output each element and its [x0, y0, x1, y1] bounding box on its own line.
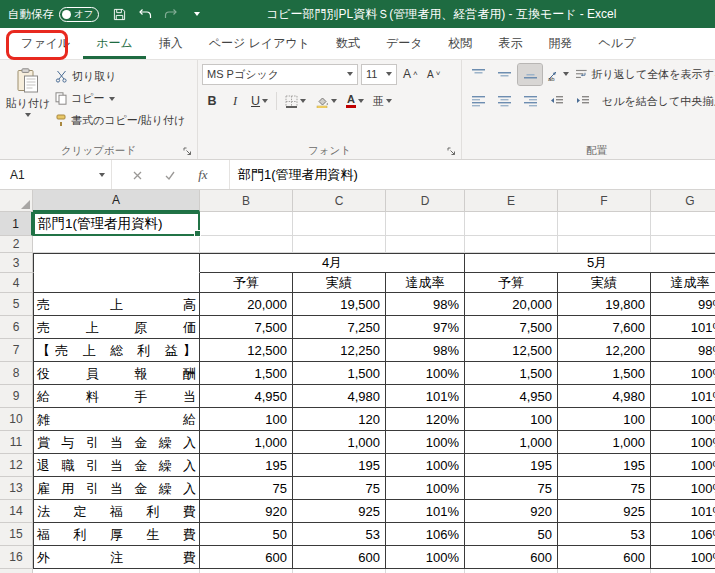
cell[interactable]: 75 [465, 477, 558, 500]
cancel-button[interactable] [133, 166, 142, 184]
cell[interactable]: 195 [558, 454, 651, 477]
cell[interactable]: 50 [200, 523, 293, 546]
cell[interactable]: 101% [386, 500, 465, 523]
decrease-font-button[interactable]: A˅ [424, 64, 444, 85]
cell[interactable] [465, 236, 558, 253]
cell[interactable]: 1,500 [293, 362, 386, 385]
formula-input[interactable]: 部門1(管理者用資料) [230, 160, 715, 189]
cell[interactable]: 120 [293, 408, 386, 431]
undo-button[interactable] [137, 4, 153, 24]
align-top-button[interactable] [466, 64, 490, 85]
tab-data[interactable]: データ [373, 28, 436, 59]
cell[interactable]: 実績 [558, 273, 651, 293]
paste-button[interactable]: 貼り付け [4, 63, 52, 142]
save-button[interactable] [111, 4, 127, 24]
cell[interactable]: 1,000 [558, 431, 651, 454]
align-right-button[interactable] [518, 91, 542, 112]
tab-view[interactable]: 表示 [486, 28, 536, 59]
align-bottom-button[interactable] [518, 64, 542, 85]
cell[interactable]: 195 [200, 454, 293, 477]
cell[interactable]: 100% [651, 546, 715, 569]
wrap-text-button[interactable]: 折り返して全体を表示する [574, 64, 715, 85]
cell[interactable] [465, 569, 558, 573]
cell[interactable] [200, 236, 293, 253]
cell[interactable]: 101% [386, 385, 465, 408]
row-header[interactable]: 2 [0, 236, 33, 253]
cell[interactable] [293, 212, 386, 236]
cell[interactable]: 12,500 [200, 339, 293, 362]
cell[interactable]: 600 [200, 546, 293, 569]
row-header[interactable]: 8 [0, 362, 33, 385]
cell[interactable]: 100% [386, 546, 465, 569]
cell[interactable]: 600 [465, 546, 558, 569]
row-header[interactable]: 13 [0, 477, 33, 500]
cell[interactable]: 19,800 [558, 293, 651, 316]
cell[interactable]: 920 [465, 500, 558, 523]
cell[interactable]: 100% [651, 454, 715, 477]
bold-button[interactable]: B [202, 91, 222, 112]
cell[interactable] [465, 212, 558, 236]
cell[interactable]: 101% [651, 500, 715, 523]
col-header-e[interactable]: E [465, 190, 558, 212]
cell[interactable]: 98% [651, 339, 715, 362]
cell[interactable]: 100% [386, 454, 465, 477]
row-header[interactable]: 7 [0, 339, 33, 362]
autosave-toggle[interactable]: 自動保存 オフ [8, 7, 99, 22]
cell[interactable]: 実績 [293, 273, 386, 293]
cell[interactable]: 100% [386, 431, 465, 454]
row-header[interactable]: 3 [0, 253, 33, 273]
cell-item-label[interactable]: 外 注 費 [33, 546, 200, 569]
cell[interactable]: 7,600 [558, 316, 651, 339]
cell[interactable]: 195 [465, 454, 558, 477]
cell[interactable]: 7,250 [293, 316, 386, 339]
cell-item-label[interactable]: 役 員 報 酬 [33, 362, 200, 385]
cell-item-label[interactable]: 【売 上 総 利 益】 [33, 339, 200, 362]
tab-file[interactable]: ファイル [8, 28, 83, 59]
merge-center-button[interactable]: セルを結合して中央揃え [596, 91, 715, 112]
cell[interactable]: 1,000 [465, 431, 558, 454]
cell[interactable]: 120% [386, 408, 465, 431]
row-header[interactable]: 11 [0, 431, 33, 454]
tab-insert[interactable]: 挿入 [146, 28, 196, 59]
cell[interactable]: 101% [651, 316, 715, 339]
cell[interactable] [33, 273, 200, 293]
cell[interactable]: 100% [386, 362, 465, 385]
col-header-c[interactable]: C [293, 190, 386, 212]
tab-review[interactable]: 校閲 [436, 28, 486, 59]
cut-button[interactable]: 切り取り [55, 67, 193, 86]
col-header-g[interactable]: G [651, 190, 715, 212]
cell[interactable]: 4,950 [465, 385, 558, 408]
cell[interactable] [293, 236, 386, 253]
row-header[interactable]: 10 [0, 408, 33, 431]
cell[interactable] [558, 212, 651, 236]
tab-developer[interactable]: 開発 [536, 28, 586, 59]
cell[interactable] [386, 212, 465, 236]
orientation-button[interactable]: ab [544, 64, 572, 85]
cell[interactable]: 195 [293, 454, 386, 477]
cell[interactable]: 達成率 [651, 273, 715, 293]
row-header[interactable]: 1 [0, 212, 33, 236]
cell[interactable] [386, 569, 465, 573]
cell-item-label[interactable]: 賞与引当金繰入 [33, 431, 200, 454]
cell[interactable]: 7,500 [465, 316, 558, 339]
cell[interactable]: 20,000 [200, 293, 293, 316]
cell[interactable]: 19,500 [293, 293, 386, 316]
cell[interactable]: 7,500 [200, 316, 293, 339]
cell[interactable]: 100% [651, 408, 715, 431]
cell[interactable]: 53 [293, 523, 386, 546]
cell[interactable] [651, 212, 715, 236]
font-color-button[interactable]: A [343, 91, 367, 112]
cell[interactable] [200, 212, 293, 236]
cell[interactable]: 予算 [200, 273, 293, 293]
cell[interactable]: 12,200 [558, 339, 651, 362]
cell[interactable]: 75 [558, 477, 651, 500]
cell[interactable]: 予算 [465, 273, 558, 293]
row-header[interactable]: 5 [0, 293, 33, 316]
tab-formulas[interactable]: 数式 [323, 28, 373, 59]
cell[interactable]: 1,000 [200, 431, 293, 454]
select-all-corner[interactable] [0, 190, 33, 212]
font-name-select[interactable]: MS Pゴシック [202, 64, 358, 85]
cell[interactable]: 1,500 [558, 362, 651, 385]
borders-button[interactable] [282, 91, 309, 112]
name-box[interactable]: A1 [0, 160, 112, 189]
